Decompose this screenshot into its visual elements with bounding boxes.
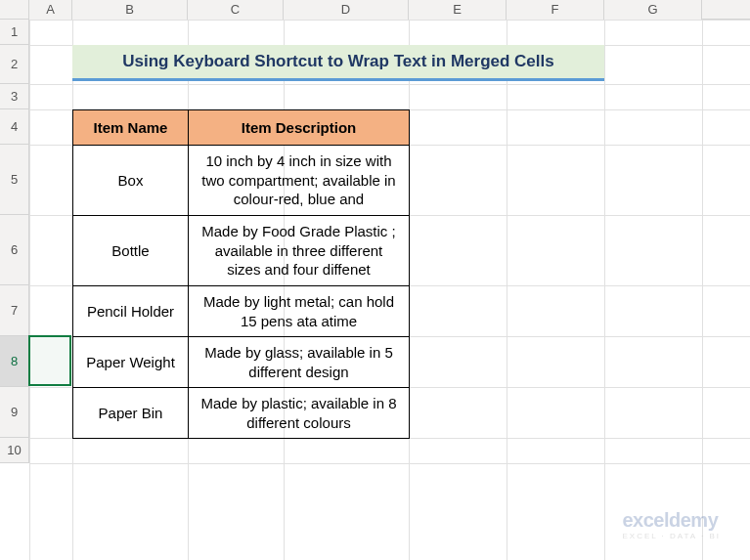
select-all-corner[interactable] xyxy=(0,0,29,20)
row-header-8[interactable]: 8 xyxy=(0,336,29,387)
item-name-cell[interactable]: Bottle xyxy=(73,216,189,286)
item-desc-cell[interactable]: Made by plastic; available in 8 differen… xyxy=(189,388,410,439)
row-header-7[interactable]: 7 xyxy=(0,285,29,336)
title-text: Using Keyboard Shortcut to Wrap Text in … xyxy=(122,52,553,71)
item-desc-cell[interactable]: Made by light metal; can hold 15 pens at… xyxy=(189,286,410,337)
row-header-5[interactable]: 5 xyxy=(0,145,29,215)
col-header-C[interactable]: C xyxy=(188,0,284,20)
item-desc-cell[interactable]: 10 inch by 4 inch in size with two compa… xyxy=(189,146,410,216)
column-headers-row: ABCDEFG xyxy=(0,0,750,20)
grid-area[interactable]: Using Keyboard Shortcut to Wrap Text in … xyxy=(29,20,750,560)
table-header-cell[interactable]: Item Name xyxy=(73,110,189,146)
watermark-title: exceldemy xyxy=(622,509,721,532)
row-header-4[interactable]: 4 xyxy=(0,109,29,145)
data-table: Item NameItem Description Box10 inch by … xyxy=(72,109,410,439)
col-header-G[interactable]: G xyxy=(604,0,702,20)
row-header-1[interactable]: 1 xyxy=(0,20,29,45)
row-header-10[interactable]: 10 xyxy=(0,438,29,463)
item-name-cell[interactable]: Paper Bin xyxy=(73,388,189,439)
title-banner: Using Keyboard Shortcut to Wrap Text in … xyxy=(72,45,604,81)
table-row: Box10 inch by 4 inch in size with two co… xyxy=(73,146,410,216)
row-header-6[interactable]: 6 xyxy=(0,215,29,285)
item-desc-cell[interactable]: Made by Food Grade Plastic ; available i… xyxy=(189,216,410,286)
item-desc-cell[interactable]: Made by glass; available in 5 different … xyxy=(189,337,410,388)
col-header-E[interactable]: E xyxy=(409,0,507,20)
table-row: Paper BinMade by plastic; available in 8… xyxy=(73,388,410,439)
watermark: exceldemy EXCEL · DATA · BI xyxy=(622,509,721,540)
table-header-cell[interactable]: Item Description xyxy=(189,110,410,146)
table-row: Pencil HolderMade by light metal; can ho… xyxy=(73,286,410,337)
watermark-sub: EXCEL · DATA · BI xyxy=(622,532,721,540)
row-headers-col: 12345678910 xyxy=(0,20,29,463)
row-header-9[interactable]: 9 xyxy=(0,387,29,438)
item-name-cell[interactable]: Box xyxy=(73,146,189,216)
item-name-cell[interactable]: Paper Weight xyxy=(73,337,189,388)
table-row: BottleMade by Food Grade Plastic ; avail… xyxy=(73,216,410,286)
spreadsheet: ABCDEFG 12345678910 Using Keyboard Short… xyxy=(0,0,750,560)
col-header-F[interactable]: F xyxy=(507,0,604,20)
table-header-row: Item NameItem Description xyxy=(73,110,410,146)
row-header-3[interactable]: 3 xyxy=(0,84,29,109)
item-name-cell[interactable]: Pencil Holder xyxy=(73,286,189,337)
row-header-2[interactable]: 2 xyxy=(0,45,29,84)
col-header-D[interactable]: D xyxy=(284,0,409,20)
table-row: Paper WeightMade by glass; available in … xyxy=(73,337,410,388)
col-header-B[interactable]: B xyxy=(72,0,188,20)
col-header-A[interactable]: A xyxy=(29,0,72,20)
